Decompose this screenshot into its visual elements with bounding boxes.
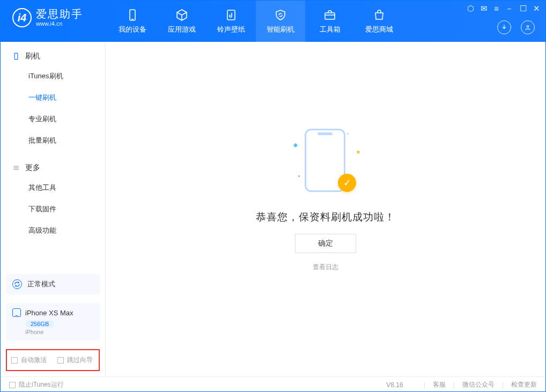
menu-icon[interactable]: ≡ [494,4,499,14]
device-capacity: 256GB [25,320,54,328]
header-actions [497,20,535,34]
sidebar-item-other-tools[interactable]: 其他工具 [1,177,105,198]
wechat-link[interactable]: 微信公众号 [462,380,495,389]
app-header: i4 爱思助手 www.i4.cn 我的设备 应用游戏 铃声壁纸 智能刷机 工具… [1,1,545,42]
device-mode-card[interactable]: 正常模式 [6,274,100,294]
feedback-icon[interactable]: ✉ [481,4,488,14]
app-title: 爱思助手 [36,9,83,19]
flash-options-highlight: 自动激活 跳过向导 [6,349,100,371]
checkbox-label: 跳过向导 [67,356,93,365]
sidebar-item-batch[interactable]: 批量刷机 [1,130,105,151]
minimize-button[interactable]: － [505,4,513,14]
svg-rect-2 [227,10,235,20]
sidebar-section-more: 更多 [1,163,105,177]
mode-icon [12,279,22,289]
sidebar-item-advanced[interactable]: 高级功能 [1,220,105,241]
bag-icon [373,9,386,21]
device-type: iPhone [25,329,93,335]
sidebar-item-one-click[interactable]: 一键刷机 [1,87,105,108]
skin-icon[interactable]: ⬡ [467,4,474,14]
tab-my-device[interactable]: 我的设备 [108,1,157,42]
checkbox-skip-guide[interactable]: 跳过向导 [57,356,93,365]
success-message: 恭喜您，保资料刷机成功啦！ [256,210,395,224]
tab-ringtones[interactable]: 铃声壁纸 [206,1,256,42]
sidebar-item-pro[interactable]: 专业刷机 [1,108,105,130]
device-name: iPhone XS Max [25,309,73,317]
tab-flash[interactable]: 智能刷机 [256,1,305,42]
tab-label: 爱思商城 [365,25,393,34]
version-label: V8.16 [386,381,403,389]
device-mode: 正常模式 [27,279,55,289]
logo-icon: i4 [12,8,32,27]
toolbox-icon [323,9,336,21]
tab-label: 我的设备 [119,25,146,34]
dot-icon [298,175,300,177]
top-tabs: 我的设备 应用游戏 铃声壁纸 智能刷机 工具箱 爱思商城 [108,1,404,42]
refresh-shield-icon [274,9,287,21]
device-card[interactable]: iPhone XS Max 256GB iPhone [6,303,100,341]
checkbox-label: 阻止iTunes运行 [19,380,64,389]
app-logo: i4 爱思助手 www.i4.cn [1,1,108,27]
sidebar: 刷机 iTunes刷机 一键刷机 专业刷机 批量刷机 更多 其他工具 下载固件 … [1,42,106,376]
separator: | [502,381,504,389]
window-controls: ⬡ ✉ ≡ － ☐ ✕ [467,4,540,14]
tab-label: 智能刷机 [267,25,294,34]
checkbox-icon [11,357,18,364]
maximize-button[interactable]: ☐ [520,4,527,14]
tab-store[interactable]: 爱思商城 [355,1,404,42]
sidebar-item-download-fw[interactable]: 下载固件 [1,198,105,220]
user-icon [524,24,532,31]
list-icon [12,164,20,172]
support-link[interactable]: 客服 [433,380,446,389]
checkbox-auto-activate[interactable]: 自动激活 [11,356,47,365]
tab-label: 铃声壁纸 [217,25,245,34]
ok-button[interactable]: 确定 [295,234,356,253]
download-icon [500,24,508,31]
download-button[interactable] [497,20,511,34]
status-bar: 阻止iTunes运行 V8.16 | 客服 | 微信公众号 | 检查更新 [1,376,545,392]
sidebar-item-itunes[interactable]: iTunes刷机 [1,65,105,87]
cube-icon [175,9,188,21]
svg-rect-0 [130,10,135,20]
view-log-link[interactable]: 查看日志 [313,263,338,272]
checkbox-label: 自动激活 [21,356,47,365]
checkmark-badge-icon: ✓ [338,174,356,192]
separator: | [424,381,425,389]
checkbox-block-itunes[interactable]: 阻止iTunes运行 [9,380,64,389]
dot-icon [347,133,349,135]
svg-rect-3 [325,13,335,19]
device-icon [126,9,139,21]
tab-label: 工具箱 [320,25,341,34]
check-update-link[interactable]: 检查更新 [511,380,537,389]
sync-icon [14,281,20,287]
phone-icon [12,53,20,60]
success-illustration: ✓ [285,125,366,201]
music-file-icon [225,9,238,21]
star-icon [356,150,360,154]
section-label: 更多 [25,163,40,173]
sidebar-section-flash: 刷机 [1,51,105,65]
checkbox-icon [9,382,16,388]
account-button[interactable] [521,20,535,34]
tab-apps[interactable]: 应用游戏 [157,1,206,42]
svg-point-4 [527,26,529,28]
svg-rect-5 [14,53,18,60]
section-label: 刷机 [25,51,40,61]
main-content: ✓ 恭喜您，保资料刷机成功啦！ 确定 查看日志 [106,42,545,376]
sparkle-icon [293,143,298,147]
close-button[interactable]: ✕ [533,4,540,14]
tab-toolbox[interactable]: 工具箱 [305,1,355,42]
app-subtitle: www.i4.cn [36,20,83,27]
phone-icon [12,308,21,317]
separator: | [453,381,455,389]
checkbox-icon [57,357,64,364]
tab-label: 应用游戏 [168,25,196,34]
